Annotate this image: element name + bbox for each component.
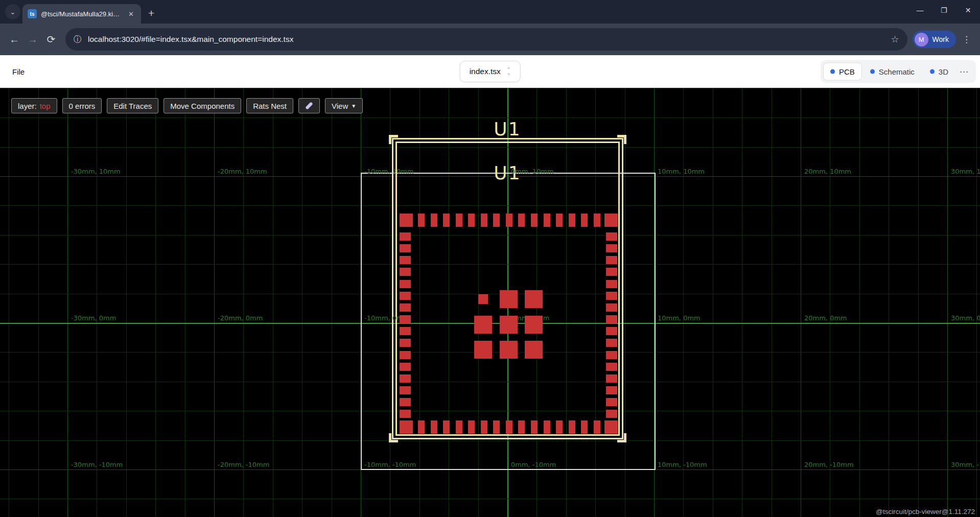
pcb-pad[interactable]	[594, 420, 600, 434]
pcb-pad[interactable]	[500, 341, 518, 359]
pcb-pad[interactable]	[400, 256, 411, 264]
pcb-pad[interactable]	[569, 420, 575, 434]
pcb-pad[interactable]	[531, 420, 538, 434]
file-menu[interactable]: File	[12, 67, 25, 76]
pcb-pad[interactable]	[606, 363, 617, 371]
pcb-canvas[interactable]: layer: top 0 errors Edit Traces Move Com…	[0, 88, 980, 517]
pcb-pad[interactable]	[468, 420, 475, 434]
more-views-icon[interactable]: ⋯	[956, 66, 973, 77]
layer-button[interactable]: layer: top	[11, 98, 57, 113]
pcb-pad[interactable]	[431, 420, 437, 434]
pcb-pad[interactable]	[606, 292, 617, 300]
pcb-pad[interactable]	[606, 256, 617, 264]
pcb-pad[interactable]	[531, 214, 538, 227]
move-components-button[interactable]: Move Components	[164, 98, 241, 113]
pcb-pad[interactable]	[478, 294, 488, 304]
pcb-pad[interactable]	[604, 420, 618, 434]
pcb-pad[interactable]	[606, 374, 617, 383]
address-bar[interactable]: ⓘ localhost:3020/#file=index.tsx&main_co…	[65, 28, 907, 51]
pcb-pad[interactable]	[606, 351, 617, 359]
pcb-pad[interactable]	[474, 341, 492, 359]
pcb-pad[interactable]	[581, 214, 588, 227]
pcb-pad[interactable]	[569, 214, 575, 227]
pcb-pad[interactable]	[400, 420, 413, 434]
tab-pcb[interactable]: PCB	[823, 63, 862, 81]
pcb-pad[interactable]	[606, 268, 617, 276]
pcb-pad[interactable]	[493, 214, 500, 227]
edit-traces-button[interactable]: Edit Traces	[107, 98, 158, 113]
pencil-tool-button[interactable]	[298, 98, 320, 113]
pcb-pad[interactable]	[418, 214, 425, 227]
maximize-icon[interactable]: ❐	[932, 0, 956, 20]
url-text[interactable]: localhost:3020/#file=index.tsx&main_comp…	[88, 35, 293, 44]
pcb-pad[interactable]	[481, 214, 487, 227]
pcb-pad[interactable]	[400, 410, 411, 418]
pcb-pad[interactable]	[443, 214, 450, 227]
pcb-pad[interactable]	[456, 420, 462, 434]
pcb-pad[interactable]	[400, 303, 411, 312]
close-window-icon[interactable]: ✕	[956, 0, 980, 20]
pcb-pad[interactable]	[525, 341, 543, 359]
pcb-pad[interactable]	[456, 214, 462, 227]
pcb-pad[interactable]	[400, 351, 411, 359]
bookmark-star-icon[interactable]: ☆	[891, 34, 899, 45]
pcb-pad[interactable]	[606, 339, 617, 347]
pcb-pad[interactable]	[606, 386, 617, 394]
pcb-pad[interactable]	[400, 363, 411, 371]
pcb-pad[interactable]	[400, 292, 411, 300]
tab-close-icon[interactable]: ✕	[126, 9, 136, 19]
pcb-pad[interactable]	[581, 420, 588, 434]
pcb-pad[interactable]	[500, 290, 518, 308]
pcb-pad[interactable]	[525, 290, 543, 308]
pcb-pad[interactable]	[418, 420, 425, 434]
pcb-pad[interactable]	[525, 316, 543, 334]
pcb-pad[interactable]	[400, 280, 411, 288]
pcb-pad[interactable]	[400, 339, 411, 347]
pcb-pad[interactable]	[606, 315, 617, 323]
pcb-pad[interactable]	[544, 420, 550, 434]
pcb-pad[interactable]	[544, 214, 550, 227]
pcb-pad[interactable]	[493, 420, 500, 434]
pcb-pad[interactable]	[606, 398, 617, 406]
pcb-pad[interactable]	[606, 280, 617, 288]
pcb-pad[interactable]	[400, 374, 411, 383]
pcb-pad[interactable]	[506, 214, 512, 227]
pcb-pad[interactable]	[400, 232, 411, 241]
pcb-pad[interactable]	[604, 214, 618, 227]
pcb-pad[interactable]	[400, 268, 411, 276]
pcb-pad[interactable]	[468, 214, 475, 227]
errors-button[interactable]: 0 errors	[62, 98, 102, 113]
pcb-pad[interactable]	[400, 214, 413, 227]
browser-menu-icon[interactable]: ⋮	[962, 34, 971, 45]
pcb-pad[interactable]	[594, 214, 600, 227]
rats-nest-button[interactable]: Rats Nest	[246, 98, 293, 113]
browser-tab[interactable]: ts @tsci/MustafaMulla29.kicad-lib ✕	[22, 4, 141, 24]
pcb-pad[interactable]	[500, 316, 518, 334]
pcb-pad[interactable]	[443, 420, 450, 434]
pcb-pad[interactable]	[506, 420, 512, 434]
pcb-pad[interactable]	[400, 327, 411, 335]
pcb-pad[interactable]	[556, 420, 563, 434]
pcb-pad[interactable]	[431, 214, 437, 227]
site-info-icon[interactable]: ⓘ	[74, 34, 82, 45]
reload-icon[interactable]: ⟳	[42, 30, 60, 49]
minimize-icon[interactable]: —	[908, 0, 932, 20]
profile-chip[interactable]: M Work	[913, 31, 956, 48]
pcb-pad[interactable]	[606, 410, 617, 418]
tab-3d[interactable]: 3D	[923, 63, 955, 81]
new-tab-button[interactable]: +	[148, 8, 154, 18]
back-icon[interactable]: ←	[5, 30, 24, 49]
tab-search-chevron-icon[interactable]: ⌄	[5, 4, 20, 19]
pcb-pad[interactable]	[606, 244, 617, 252]
pcb-pad[interactable]	[474, 316, 492, 334]
forward-icon[interactable]: →	[24, 30, 42, 49]
pcb-pad[interactable]	[606, 327, 617, 335]
pcb-pad[interactable]	[481, 420, 487, 434]
pcb-pad[interactable]	[606, 303, 617, 312]
pcb-pad[interactable]	[400, 315, 411, 323]
pcb-pad[interactable]	[518, 420, 525, 434]
pcb-pad[interactable]	[400, 398, 411, 406]
pcb-pad[interactable]	[400, 244, 411, 252]
pcb-pad[interactable]	[518, 214, 525, 227]
view-dropdown-button[interactable]: View ▼	[325, 98, 363, 113]
